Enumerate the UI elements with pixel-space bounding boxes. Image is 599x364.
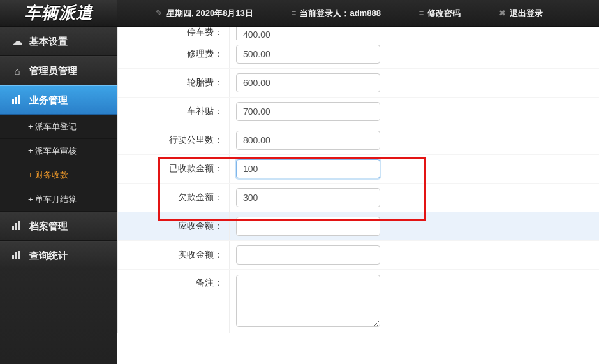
login-prefix: 当前登录人：	[300, 8, 350, 18]
receivable-amount-field[interactable]	[236, 217, 380, 236]
owed-amount-field[interactable]	[236, 188, 380, 207]
date-text: 星期四, 2020年8月13日	[166, 8, 253, 19]
close-icon: ✖	[499, 8, 506, 18]
form-row-remark: 备注：	[118, 269, 599, 333]
received-amount-field[interactable]	[236, 159, 380, 178]
form-row-parking-fee: 停车费：	[118, 27, 599, 40]
top-items: ✎ 星期四, 2020年8月13日 ≡ 当前登录人：adm888 ≡ 修改密码 …	[117, 8, 599, 19]
bars-icon	[11, 251, 23, 261]
sub-label: + 派车单审核	[28, 145, 77, 157]
change-password-link[interactable]: ≡ 修改密码	[419, 8, 461, 19]
sub-label: + 财务收款	[28, 170, 68, 181]
parking-fee-field[interactable]	[236, 27, 380, 40]
sidebar-item-label: 基本设置	[29, 36, 68, 48]
sidebar-item-basic-settings[interactable]: ☁ 基本设置	[0, 27, 117, 56]
tire-fee-field[interactable]	[236, 73, 380, 92]
field-label: 修理费：	[118, 40, 230, 68]
vehicle-subsidy-field[interactable]	[236, 102, 380, 121]
top-date: ✎ 星期四, 2020年8月13日	[156, 8, 253, 19]
list-icon: ≡	[292, 8, 297, 18]
mileage-field[interactable]	[236, 131, 380, 150]
logout-link[interactable]: ✖ 退出登录	[499, 8, 543, 19]
svg-rect-7	[15, 252, 17, 259]
sidebar-item-label: 档案管理	[29, 221, 68, 233]
form-row-repair-fee: 修理费：	[118, 40, 599, 68]
field-label: 行驶公里数：	[118, 126, 230, 154]
form-row-vehicle-subsidy: 车补贴：	[118, 97, 599, 126]
logout-label: 退出登录	[510, 8, 543, 19]
field-label: 应收金额：	[118, 212, 230, 240]
cloud-icon: ☁	[11, 36, 23, 47]
sub-label: + 派车单登记	[28, 121, 77, 133]
field-label: 欠款金额：	[118, 184, 230, 212]
form-row-received-amount: 已收款金额：	[118, 154, 599, 183]
field-label: 实收金额：	[118, 241, 230, 269]
list-icon: ≡	[419, 8, 424, 18]
svg-rect-8	[18, 251, 20, 259]
svg-rect-0	[12, 99, 14, 104]
svg-rect-1	[15, 97, 17, 104]
sidebar-sub-finance-receipt[interactable]: + 财务收款	[0, 163, 117, 187]
sidebar-item-archive-manage[interactable]: 档案管理	[0, 212, 117, 241]
svg-rect-6	[12, 255, 14, 259]
form-row-tire-fee: 轮胎费：	[118, 68, 599, 97]
content-area: 停车费： 修理费： 轮胎费： 车补贴： 行驶公里数： 已收款金额： 欠款金额：	[117, 27, 599, 364]
sidebar-submenu: + 派车单登记 + 派车单审核 + 财务收款 + 单车月结算	[0, 115, 117, 212]
home-icon: ⌂	[11, 66, 23, 76]
bars-icon	[11, 95, 23, 106]
actual-received-field[interactable]	[236, 245, 380, 265]
login-user: adm888	[350, 8, 380, 18]
sidebar-item-query-stats[interactable]: 查询统计	[0, 241, 117, 270]
form-row-mileage: 行驶公里数：	[118, 126, 599, 154]
sidebar: ☁ 基本设置 ⌂ 管理员管理 业务管理 + 派车单登记 + 派车单审核 + 财务…	[0, 27, 117, 364]
field-label: 已收款金额：	[118, 155, 230, 183]
form-row-actual-received: 实收金额：	[118, 240, 599, 269]
top-bar: 车辆派遣 ✎ 星期四, 2020年8月13日 ≡ 当前登录人：adm888 ≡ …	[0, 0, 599, 27]
remark-field[interactable]	[236, 275, 380, 327]
svg-rect-4	[15, 223, 17, 230]
form-row-receivable-amount: 应收金额：	[118, 212, 599, 240]
sidebar-sub-dispatch-register[interactable]: + 派车单登记	[0, 115, 117, 139]
sidebar-item-label: 管理员管理	[29, 65, 77, 77]
change-password-label: 修改密码	[427, 8, 461, 19]
bars-icon	[11, 221, 23, 232]
field-label: 轮胎费：	[118, 69, 230, 97]
form-row-owed-amount: 欠款金额：	[118, 183, 599, 212]
field-label: 备注：	[118, 270, 230, 333]
sidebar-sub-monthly-settle[interactable]: + 单车月结算	[0, 187, 117, 212]
sub-label: + 单车月结算	[28, 194, 77, 205]
form-area: 停车费： 修理费： 轮胎费： 车补贴： 行驶公里数： 已收款金额： 欠款金额：	[117, 27, 599, 333]
field-label: 停车费：	[118, 27, 230, 40]
svg-rect-5	[18, 221, 20, 230]
svg-rect-3	[12, 226, 14, 230]
sidebar-item-business-manage[interactable]: 业务管理	[0, 85, 117, 115]
edit-icon: ✎	[156, 8, 163, 18]
logo-text: 车辆派遣	[24, 2, 93, 24]
svg-rect-2	[18, 95, 20, 104]
sidebar-item-admin-manage[interactable]: ⌂ 管理员管理	[0, 56, 117, 85]
sidebar-item-label: 查询统计	[29, 250, 68, 262]
logo: 车辆派遣	[0, 0, 117, 26]
sidebar-item-label: 业务管理	[29, 94, 68, 106]
top-current-user: ≡ 当前登录人：adm888	[292, 8, 381, 19]
repair-fee-field[interactable]	[236, 45, 380, 64]
sidebar-sub-dispatch-audit[interactable]: + 派车单审核	[0, 139, 117, 163]
field-label: 车补贴：	[118, 98, 230, 126]
